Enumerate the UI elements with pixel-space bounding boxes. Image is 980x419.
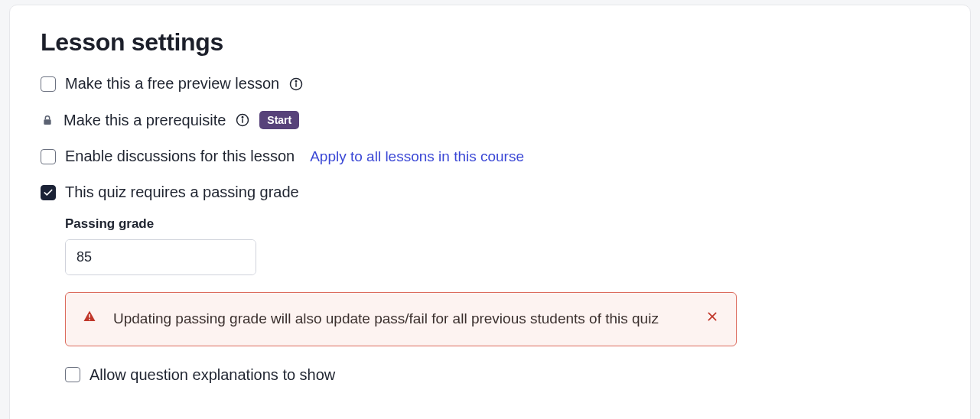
row-passing-grade-required: This quiz requires a passing grade — [41, 184, 939, 201]
apply-all-link[interactable]: Apply to all lessons in this course — [310, 148, 524, 165]
info-icon[interactable] — [288, 76, 304, 92]
start-badge[interactable]: Start — [259, 111, 299, 129]
passing-grade-section: Passing grade % Updating passing grade w… — [65, 216, 939, 384]
info-icon[interactable] — [235, 112, 250, 128]
label-passing-grade-required: This quiz requires a passing grade — [65, 184, 299, 201]
label-allow-explanations: Allow question explanations to show — [90, 366, 335, 384]
svg-rect-7 — [89, 314, 90, 318]
label-free-preview: Make this a free preview lesson — [65, 75, 279, 93]
lesson-settings-card: Lesson settings Make this a free preview… — [9, 5, 971, 419]
row-allow-explanations: Allow question explanations to show — [65, 366, 939, 384]
close-icon[interactable] — [705, 310, 719, 323]
passing-grade-input[interactable] — [66, 240, 256, 274]
row-discussions: Enable discussions for this lesson Apply… — [41, 148, 939, 165]
alert-message: Updating passing grade will also update … — [113, 308, 689, 330]
checkbox-free-preview[interactable] — [41, 76, 56, 92]
checkbox-discussions[interactable] — [41, 149, 56, 164]
checkbox-passing-grade[interactable] — [41, 185, 56, 200]
svg-point-2 — [295, 80, 297, 82]
lock-icon — [41, 113, 54, 127]
svg-point-6 — [243, 117, 244, 119]
warning-alert: Updating passing grade will also update … — [65, 292, 737, 346]
label-discussions: Enable discussions for this lesson — [65, 148, 295, 165]
checkbox-allow-explanations[interactable] — [65, 367, 80, 382]
svg-rect-3 — [44, 119, 50, 125]
warning-icon — [83, 310, 96, 323]
passing-grade-input-group: % — [65, 239, 256, 275]
row-prerequisite: Make this a prerequisite Start — [41, 111, 939, 129]
row-free-preview: Make this a free preview lesson — [41, 75, 939, 93]
label-prerequisite: Make this a prerequisite — [63, 112, 226, 129]
page-title: Lesson settings — [41, 28, 939, 57]
svg-point-8 — [89, 319, 90, 320]
passing-grade-label: Passing grade — [65, 216, 939, 232]
